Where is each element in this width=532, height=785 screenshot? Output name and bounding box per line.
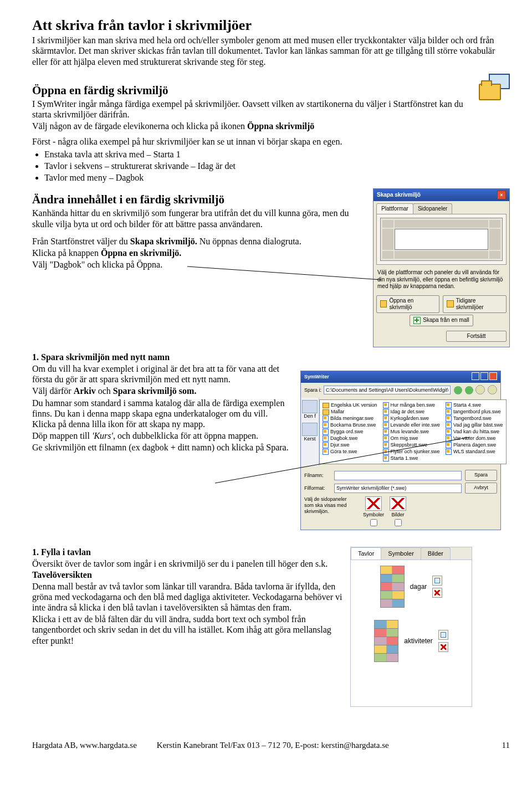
new-folder-icon[interactable] — [475, 385, 485, 394]
from-template-button[interactable]: Skapa från en mall — [410, 315, 473, 326]
svg-line-0 — [187, 266, 381, 280]
window-controls[interactable] — [470, 372, 497, 382]
list-item[interactable]: Engelska UK version — [323, 402, 377, 408]
tab-symbols[interactable]: Symboler — [381, 547, 421, 560]
tab-sidepanels[interactable]: Sidopaneler — [413, 203, 452, 214]
fill-p3: Klicka i ett av de blå fälten där du vil… — [32, 614, 342, 646]
list-item: Tavlor i sekvens – strukturerat skrivand… — [44, 161, 510, 171]
up-icon[interactable] — [465, 386, 473, 394]
page-footer: Hargdata AB, www.hargdata.se Kerstin Kan… — [32, 740, 510, 750]
open-env-p2: Välj någon av de färgade elevikonerna oc… — [32, 121, 468, 131]
images-option-label: Bilder — [392, 512, 405, 518]
copy-board-icon[interactable] — [438, 630, 448, 640]
fill-p2: Denna mall består av två tavlor som länk… — [32, 581, 342, 613]
save-in-label: Spara i: — [304, 387, 321, 393]
board-activities-label: aktiviteter — [404, 637, 432, 645]
tab-images[interactable]: Bilder — [421, 547, 451, 560]
board-days-label: dagar — [410, 583, 427, 591]
toolbar-icons[interactable] — [453, 385, 497, 396]
list-item[interactable]: Bygga ord.swe — [323, 429, 377, 435]
example-list: Enstaka tavla att skriva med – Starta 1 … — [32, 149, 510, 183]
heading-fill: 1. Fylla i tavlan — [32, 547, 342, 557]
open-env-button-bold: Öppna en skrivmiljö. — [101, 248, 181, 258]
save-p1: Om du vill ha kvar exemplet i original ä… — [32, 363, 293, 384]
open-env-icon-label: Öppna skrivmiljö — [247, 121, 314, 131]
save-p3: Du hamnar som standard i samma katalog d… — [32, 398, 293, 430]
open-env-button[interactable]: Öppna en skrivmiljö — [376, 295, 439, 313]
page-number: 11 — [502, 740, 510, 750]
open-env-p1: I SymWriter ingår många färdiga exempel … — [32, 99, 468, 120]
layout-preview[interactable] — [380, 218, 503, 261]
tab-boards[interactable]: Tavlor — [351, 547, 381, 560]
delete-board-icon[interactable] — [432, 588, 442, 598]
file-icon — [323, 422, 329, 428]
board-activities[interactable]: aktiviteter — [374, 620, 448, 662]
images-checkbox[interactable] — [395, 519, 402, 526]
board-overview-panel: Tavlor Symboler Bilder dagar — [350, 547, 472, 707]
view-icon[interactable] — [488, 385, 497, 394]
save-path-input[interactable] — [324, 386, 451, 394]
page-title: Att skriva från tavlor i skrivmiljöer — [32, 17, 510, 34]
open-env-p3: Först - några olika exempel på hur skriv… — [32, 136, 510, 147]
edit-p1: Kanhända hittar du en skrivmiljö som fun… — [32, 208, 370, 229]
folder-icon — [447, 300, 453, 307]
list-item[interactable]: Bilda meningar.swe — [323, 415, 377, 422]
list-item: Tavlor med meny – Dagbok — [44, 172, 510, 183]
edit-p2: Från Startfönstret väljer du Skapa skriv… — [32, 236, 370, 247]
symbols-checkbox[interactable] — [370, 519, 377, 526]
list-item[interactable]: Bockarna Bruse.swe — [323, 422, 377, 428]
list-item[interactable]: Mus levande.swe — [383, 429, 441, 435]
list-item[interactable]: Vad kan du hitta.swe — [446, 429, 503, 435]
fill-p1: Översikt över de tavlor som ingår i en s… — [32, 558, 342, 579]
dialog-title: Skapa skrivmiljö — [377, 192, 421, 198]
list-item[interactable]: Hur många ben.swe — [383, 402, 441, 408]
file-icon — [323, 415, 329, 422]
list-item[interactable]: Mallar — [323, 409, 377, 415]
file-icon — [323, 429, 329, 435]
footer-contact: Kerstin Kanebrant Tel/Fax 013 – 712 70, … — [157, 740, 389, 750]
symbols-option-label: Symboler — [363, 512, 384, 518]
back-icon[interactable] — [454, 386, 462, 394]
close-icon[interactable]: × — [497, 191, 506, 199]
save-dialog-title: SymWriter — [304, 374, 329, 380]
delete-board-icon[interactable] — [438, 642, 448, 652]
list-item[interactable]: Starta 4.swe — [446, 402, 503, 408]
list-item[interactable]: Tangentbord.swe — [446, 415, 503, 422]
tab-platforms[interactable]: Plattformar — [376, 203, 413, 214]
continue-button[interactable]: Fortsätt — [446, 331, 507, 342]
folder-icon — [380, 300, 387, 307]
copy-board-icon[interactable] — [432, 576, 442, 586]
recent-env-button[interactable]: Tidigare skrivmiljöer — [443, 295, 507, 313]
list-item[interactable]: tangentbord plus.swe — [446, 409, 503, 415]
plus-icon — [413, 317, 421, 324]
list-item[interactable]: Kyrkogården.swe — [383, 415, 441, 422]
folder-icon — [323, 403, 329, 408]
board-days[interactable]: dagar — [380, 566, 443, 608]
list-item[interactable]: Vad jag gillar bäst.swe — [446, 422, 503, 428]
footer-company: Hargdata AB, www.hargdata.se — [32, 740, 137, 750]
list-item: Enstaka tavla att skriva med – Starta 1 — [44, 149, 510, 160]
create-env-bold: Skapa skrivmiljö. — [130, 237, 197, 246]
intro-paragraph: I skrivmiljöer kan man skriva med hela o… — [32, 35, 510, 67]
list-item[interactable]: Idag är det.swe — [383, 409, 441, 415]
folder-icon — [323, 409, 329, 415]
list-item[interactable]: Levande eller inte.swe — [383, 422, 441, 428]
heading-save: 1. Spara skrivmiljön med nytt namn — [32, 352, 293, 362]
save-p2: Välj därför Arkiv och Spara skrivmiljö s… — [32, 386, 293, 396]
heading-open-env: Öppna en färdig skrivmiljö — [32, 84, 468, 98]
open-environment-icon — [479, 74, 510, 100]
open-env-p2-a: Välj någon av de färgade elevikonerna oc… — [32, 121, 247, 131]
svg-line-1 — [215, 437, 470, 483]
